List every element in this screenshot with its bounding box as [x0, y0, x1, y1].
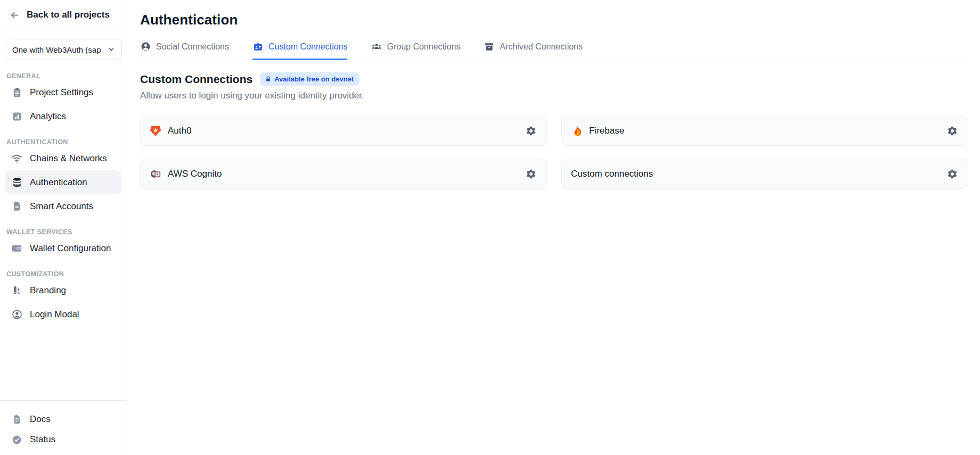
sidebar-item-label: Authentication	[30, 177, 87, 188]
users-icon	[371, 41, 382, 52]
card-auth0[interactable]: Auth0	[140, 115, 547, 146]
wifi-icon	[11, 153, 22, 164]
auth0-settings-button[interactable]	[524, 124, 537, 137]
user-circle-icon	[140, 41, 151, 52]
sidebar-item-label: Login Modal	[30, 309, 79, 320]
sidebar-item-label: Docs	[30, 414, 51, 425]
sidebar-item-label: Project Settings	[30, 87, 93, 98]
gear-icon	[946, 125, 958, 136]
card-aws-cognito[interactable]: AWS Cognito	[140, 159, 547, 189]
project-selector[interactable]: One with Web3Auth (sap	[5, 39, 122, 60]
tab-archived-connections[interactable]: Archived Connections	[484, 41, 583, 60]
tab-custom-connections[interactable]: Custom Connections	[252, 41, 348, 60]
devnet-badge-label: Available free on devnet	[274, 75, 354, 83]
sidebar-item-branding[interactable]: Branding	[5, 278, 121, 302]
section-header-wallet-services: WALLET SERVICES	[6, 228, 121, 236]
gear-icon	[525, 168, 536, 179]
docs-icon	[11, 414, 22, 425]
section-title: Custom Connections	[140, 73, 252, 86]
lock-icon	[265, 76, 271, 82]
id-badge-icon	[252, 41, 264, 52]
auth0-logo	[150, 125, 161, 137]
tab-label: Custom Connections	[268, 42, 348, 52]
tab-bar: Social Connections Custom Connections Gr…	[140, 41, 968, 60]
sidebar-item-authentication[interactable]: Authentication	[5, 170, 121, 194]
sidebar-item-login-modal[interactable]: Login Modal	[5, 302, 121, 326]
sidebar-item-status[interactable]: Status	[5, 429, 121, 450]
sidebar-item-chains-networks[interactable]: Chains & Networks	[5, 146, 121, 170]
card-custom-connections[interactable]: Custom connections	[561, 159, 968, 189]
tab-label: Group Connections	[387, 42, 460, 52]
chevron-down-icon	[107, 44, 116, 55]
sidebar-item-label: Wallet Configuration	[30, 243, 111, 254]
arrow-left-icon	[9, 10, 20, 21]
clipboard-icon	[11, 87, 22, 98]
sidebar-item-smart-accounts[interactable]: Smart Accounts	[5, 194, 121, 218]
section-header-customization: CUSTOMIZATION	[6, 270, 121, 278]
archive-icon	[484, 41, 495, 52]
sidebar-item-project-settings[interactable]: Project Settings	[5, 80, 121, 104]
section-header-authentication: AUTHENTICATION	[6, 138, 121, 146]
analytics-icon	[11, 111, 22, 122]
aws-cognito-settings-button[interactable]	[524, 167, 537, 180]
document-icon	[11, 201, 22, 212]
card-label: Custom connections	[571, 169, 653, 179]
sidebar: Back to all projects One with Web3Auth (…	[0, 0, 127, 455]
devnet-badge: Available free on devnet	[260, 72, 360, 86]
back-to-projects-button[interactable]: Back to all projects	[0, 0, 127, 30]
check-circle-icon	[11, 434, 22, 445]
firebase-settings-button[interactable]	[945, 124, 959, 137]
back-label: Back to all projects	[27, 10, 110, 20]
database-icon	[11, 177, 22, 188]
card-firebase[interactable]: Firebase	[561, 115, 968, 146]
sidebar-item-label: Analytics	[30, 111, 66, 122]
section-header-general: GENERAL	[6, 72, 121, 80]
project-selector-value: One with Web3Auth (sap	[12, 45, 102, 54]
sidebar-item-wallet-configuration[interactable]: Wallet Configuration	[5, 236, 121, 260]
gear-icon	[525, 125, 536, 136]
card-label: Auth0	[168, 126, 191, 136]
section-description: Allow users to login using your existing…	[140, 90, 968, 101]
aws-cognito-logo	[150, 168, 161, 180]
tab-social-connections[interactable]: Social Connections	[140, 41, 229, 60]
section-heading-row: Custom Connections Available free on dev…	[140, 72, 968, 86]
app-window: Back to all projects One with Web3Auth (…	[0, 0, 980, 455]
card-label: AWS Cognito	[168, 169, 222, 179]
user-circle-icon	[11, 309, 22, 320]
sidebar-item-label: Branding	[30, 285, 66, 296]
sidebar-item-docs[interactable]: Docs	[5, 409, 121, 429]
card-label: Firebase	[589, 126, 624, 136]
gear-icon	[946, 168, 958, 179]
sidebar-item-label: Status	[30, 434, 55, 445]
wallet-icon	[11, 243, 22, 254]
sidebar-item-analytics[interactable]: Analytics	[5, 104, 121, 128]
tab-label: Social Connections	[156, 42, 229, 52]
sidebar-nav: GENERAL Project Settings Analytics AUTHE…	[0, 62, 127, 400]
paint-icon	[11, 285, 22, 296]
custom-connections-settings-button[interactable]	[945, 167, 959, 180]
tab-label: Archived Connections	[500, 42, 583, 52]
tab-group-connections[interactable]: Group Connections	[371, 41, 460, 60]
sidebar-footer: Docs Status	[0, 400, 127, 455]
sidebar-item-label: Chains & Networks	[30, 153, 107, 164]
main-content: Authentication Social Connections Custom…	[127, 0, 980, 455]
firebase-logo	[571, 125, 583, 137]
page-title: Authentication	[140, 12, 968, 28]
connections-grid: Auth0 Firebase	[140, 115, 968, 189]
sidebar-item-label: Smart Accounts	[30, 201, 93, 212]
